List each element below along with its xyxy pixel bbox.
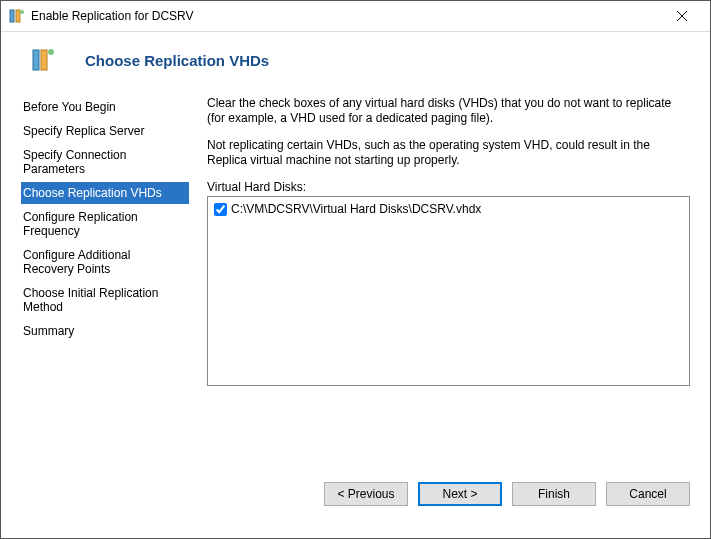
window-title: Enable Replication for DCSRV <box>31 9 662 23</box>
vhd-item[interactable]: C:\VM\DCSRV\Virtual Hard Disks\DCSRV.vhd… <box>214 201 683 217</box>
wizard-step[interactable]: Summary <box>21 320 189 342</box>
next-button[interactable]: Next > <box>418 482 502 506</box>
titlebar: Enable Replication for DCSRV <box>1 1 710 32</box>
previous-button[interactable]: < Previous <box>324 482 408 506</box>
close-icon <box>677 11 687 21</box>
wizard-step[interactable]: Configure Replication Frequency <box>21 206 189 242</box>
finish-button[interactable]: Finish <box>512 482 596 506</box>
wizard-body: Before You BeginSpecify Replica ServerSp… <box>1 92 710 464</box>
wizard-step[interactable]: Choose Initial Replication Method <box>21 282 189 318</box>
wizard-content: Clear the check boxes of any virtual har… <box>207 92 690 464</box>
wizard-step[interactable]: Choose Replication VHDs <box>21 182 189 204</box>
instruction-text-2: Not replicating certain VHDs, such as th… <box>207 138 690 168</box>
svg-point-7 <box>48 49 54 55</box>
vhd-list-label: Virtual Hard Disks: <box>207 180 690 194</box>
cancel-button[interactable]: Cancel <box>606 482 690 506</box>
svg-rect-5 <box>33 50 39 70</box>
svg-rect-0 <box>10 10 14 22</box>
vhd-listbox[interactable]: C:\VM\DCSRV\Virtual Hard Disks\DCSRV.vhd… <box>207 196 690 386</box>
vhd-path: C:\VM\DCSRV\Virtual Hard Disks\DCSRV.vhd… <box>231 202 481 216</box>
wizard-steps: Before You BeginSpecify Replica ServerSp… <box>21 92 189 464</box>
wizard-step[interactable]: Specify Connection Parameters <box>21 144 189 180</box>
wizard-step[interactable]: Configure Additional Recovery Points <box>21 244 189 280</box>
wizard-footer: < Previous Next > Finish Cancel <box>1 464 710 538</box>
page-title: Choose Replication VHDs <box>85 52 269 69</box>
svg-point-2 <box>20 10 24 14</box>
wizard-step[interactable]: Before You Begin <box>21 96 189 118</box>
wizard-window: Enable Replication for DCSRV Choose Repl… <box>0 0 711 539</box>
close-button[interactable] <box>662 2 702 30</box>
svg-rect-6 <box>41 50 47 70</box>
instruction-text-1: Clear the check boxes of any virtual har… <box>207 96 690 126</box>
wizard-step[interactable]: Specify Replica Server <box>21 120 189 142</box>
svg-rect-1 <box>16 10 20 22</box>
wizard-header: Choose Replication VHDs <box>1 32 710 92</box>
vhd-checkbox[interactable] <box>214 203 227 216</box>
wizard-header-icon <box>29 46 57 74</box>
app-icon <box>9 8 25 24</box>
